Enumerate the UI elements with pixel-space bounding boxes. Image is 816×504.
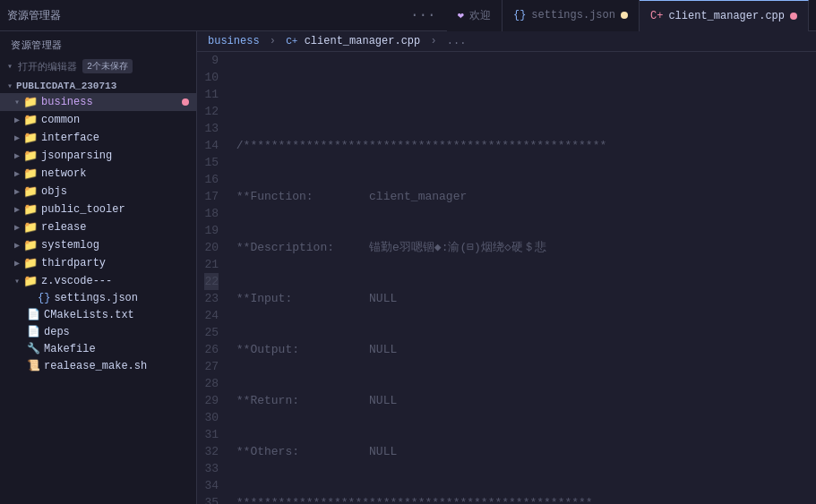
public-tooler-chevron: ▶	[14, 204, 20, 215]
cpp-icon: C+	[650, 10, 663, 22]
public-tooler-label: public_tooler	[41, 203, 125, 216]
tab-client-manager-cpp-label: client_manager.cpp	[668, 10, 785, 22]
systemlog-label: systemlog	[41, 239, 99, 252]
breadcrumb-cpp-icon: C+	[286, 36, 297, 47]
sidebar-item-realease-make[interactable]: 📜 realease_make.sh	[0, 357, 196, 374]
sidebar-item-z-vscode[interactable]: ▾ 📁 z.vscode---	[0, 272, 196, 290]
jsonparsing-label: jsonparsing	[41, 149, 112, 162]
sidebar-item-public-tooler[interactable]: ▶ 📁 public_tooler	[0, 201, 196, 218]
business-label: business	[41, 96, 93, 108]
sidebar-item-deps[interactable]: 📄 deps	[0, 323, 196, 340]
interface-folder-icon: 📁	[23, 131, 38, 145]
breadcrumb-file: client_manager.cpp	[305, 35, 421, 47]
more-options-button[interactable]: ···	[410, 7, 436, 23]
thirdparty-folder-icon: 📁	[23, 256, 38, 270]
code-view[interactable]: 9 10 11 12 13 14 15 16 17 18 19 20 21 22…	[197, 52, 816, 504]
code-line-11: **Function: client_manager	[229, 188, 798, 205]
sidebar-item-systemlog[interactable]: ▶ 📁 systemlog	[0, 236, 196, 254]
tab-client-manager-cpp-dot	[790, 13, 797, 20]
sidebar-item-thirdparty[interactable]: ▶ 📁 thirdparty	[0, 254, 196, 272]
code-content[interactable]: /***************************************…	[229, 52, 816, 504]
file-tree: ▾ PUBLICDATA_230713 ▾ 📁 business ▶ 📁 com…	[0, 77, 196, 376]
sidebar-item-network[interactable]: ▶ 📁 network	[0, 165, 196, 183]
jsonparsing-chevron: ▶	[14, 150, 20, 161]
open-editors-label[interactable]: 打开的编辑器	[18, 60, 77, 73]
breadcrumb-sep2: ›	[430, 35, 442, 47]
sidebar-item-settings-json[interactable]: {} settings.json	[0, 290, 196, 306]
breadcrumb-ellipsis: ...	[447, 35, 467, 47]
common-chevron: ▶	[14, 115, 20, 125]
interface-chevron: ▶	[14, 132, 20, 143]
tab-settings-json-dot	[621, 12, 628, 19]
sidebar-item-cmakelists[interactable]: 📄 CMakeLists.txt	[0, 306, 196, 323]
code-line-12: **Description: 锚勤e羽嗯锢◆:渝(⊟)烟绕◇硬＄悲	[229, 239, 798, 256]
release-folder-icon: 📁	[23, 220, 38, 235]
title-bar: 资源管理器 ··· ❤ 欢迎 {} settings.json C+ clien…	[0, 0, 816, 31]
welcome-icon: ❤	[458, 9, 464, 22]
settings-json-label: settings.json	[54, 292, 138, 304]
thirdparty-chevron: ▶	[14, 258, 20, 269]
tab-welcome-label: 欢迎	[469, 8, 491, 23]
network-label: network	[41, 167, 86, 180]
cmakelists-file-icon: 📄	[27, 308, 40, 321]
breadcrumb: business › C+ client_manager.cpp › ...	[197, 31, 816, 52]
realease-make-file-icon: 📜	[27, 359, 40, 372]
business-chevron: ▾	[14, 97, 20, 107]
z-vscode-label: z.vscode---	[41, 275, 112, 287]
root-folder-item[interactable]: ▾ PUBLICDATA_230713	[0, 79, 196, 93]
public-tooler-folder-icon: 📁	[23, 202, 38, 217]
tab-welcome[interactable]: ❤ 欢迎	[447, 0, 502, 31]
sidebar-item-release[interactable]: ▶ 📁 release	[0, 218, 196, 236]
objs-chevron: ▶	[14, 186, 20, 197]
z-vscode-folder-icon: 📁	[23, 274, 38, 288]
open-editors-bar: ▾ 打开的编辑器 2个未保存	[0, 56, 196, 77]
sidebar-item-makefile[interactable]: 🔧 Makefile	[0, 340, 196, 357]
deps-file-icon: 📄	[27, 325, 40, 338]
sidebar: 资源管理器 ▾ 打开的编辑器 2个未保存 ▾ PUBLICDATA_230713…	[0, 31, 197, 504]
jsonparsing-folder-icon: 📁	[23, 149, 38, 163]
breadcrumb-business: business	[208, 35, 260, 47]
deps-label: deps	[44, 326, 70, 338]
editor-area: business › C+ client_manager.cpp › ... 9…	[197, 31, 816, 504]
main-layout: 资源管理器 ▾ 打开的编辑器 2个未保存 ▾ PUBLICDATA_230713…	[0, 31, 816, 504]
code-line-14: **Output: NULL	[229, 341, 798, 358]
sidebar-item-jsonparsing[interactable]: ▶ 📁 jsonparsing	[0, 147, 196, 165]
common-label: common	[41, 114, 80, 126]
unsaved-badge: 2个未保存	[82, 59, 133, 73]
settings-json-file-icon: {}	[38, 292, 50, 304]
tab-client-manager-cpp[interactable]: C+ client_manager.cpp	[640, 0, 809, 31]
tab-settings-json-label: settings.json	[531, 9, 615, 21]
code-line-10: /***************************************…	[229, 137, 798, 154]
code-line-17: ****************************************…	[229, 494, 798, 504]
code-line-16: **Others: NULL	[229, 443, 798, 460]
release-chevron: ▶	[14, 222, 20, 233]
network-folder-icon: 📁	[23, 167, 38, 181]
thirdparty-label: thirdparty	[41, 257, 106, 269]
tab-settings-json[interactable]: {} settings.json	[502, 0, 640, 31]
makefile-label: Makefile	[44, 343, 96, 355]
sidebar-item-interface[interactable]: ▶ 📁 interface	[0, 129, 196, 147]
code-line-13: **Input: NULL	[229, 290, 798, 307]
app-title: 资源管理器	[7, 8, 61, 23]
root-chevron: ▾	[7, 81, 13, 91]
systemlog-folder-icon: 📁	[23, 238, 38, 252]
release-label: release	[41, 221, 86, 234]
sidebar-item-business[interactable]: ▾ 📁 business	[0, 93, 196, 111]
breadcrumb-sep1: ›	[270, 35, 282, 47]
common-folder-icon: 📁	[23, 113, 38, 127]
open-editors-chevron: ▾	[7, 61, 13, 72]
json-icon: {}	[513, 9, 526, 21]
business-folder-icon: 📁	[23, 95, 38, 109]
z-vscode-chevron: ▾	[14, 276, 20, 286]
line-numbers: 9 10 11 12 13 14 15 16 17 18 19 20 21 22…	[197, 52, 229, 504]
sidebar-item-objs[interactable]: ▶ 📁 objs	[0, 183, 196, 201]
sidebar-item-common[interactable]: ▶ 📁 common	[0, 111, 196, 129]
code-line-15: **Return: NULL	[229, 392, 798, 409]
tabs-area: ❤ 欢迎 {} settings.json C+ client_manager.…	[447, 0, 809, 31]
objs-folder-icon: 📁	[23, 184, 38, 199]
objs-label: objs	[41, 185, 67, 198]
network-chevron: ▶	[14, 168, 20, 179]
code-line-9	[229, 86, 798, 103]
business-dot	[182, 98, 189, 106]
root-folder-label: PUBLICDATA_230713	[16, 81, 116, 91]
